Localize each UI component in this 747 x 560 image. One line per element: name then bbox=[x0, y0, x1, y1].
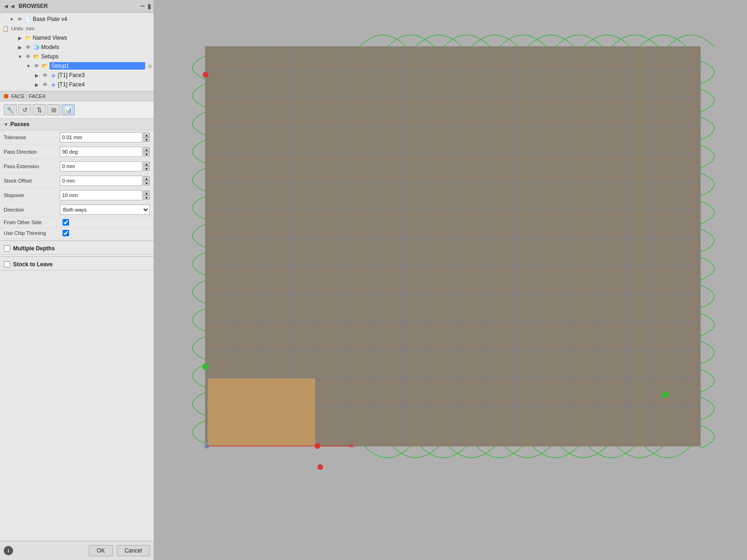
tree-face4[interactable]: ▶ 👁 ◈ [T1] Face4 bbox=[0, 80, 154, 89]
chip-thinning-checkbox[interactable] bbox=[63, 230, 69, 236]
units-icon: 📋 bbox=[2, 25, 9, 32]
stepover-up[interactable]: ▲ bbox=[143, 191, 150, 195]
face4-label: [T1] Face4 bbox=[58, 81, 152, 88]
model-icon: 🧊 bbox=[33, 43, 40, 51]
face-header-label: FACE : FACE4 bbox=[11, 93, 45, 99]
multiple-depths-checkbox[interactable] bbox=[4, 245, 10, 252]
stock-to-leave-checkbox[interactable] bbox=[4, 261, 10, 268]
setup1-label: Setup1 bbox=[49, 62, 145, 70]
stock-offset-input[interactable] bbox=[60, 176, 142, 186]
pass-direction-down[interactable]: ▼ bbox=[143, 152, 150, 156]
form-row-pass-extension: Pass Extension ▲ ▼ bbox=[0, 159, 154, 174]
form-row-stepover: Stepover ▲ ▼ bbox=[0, 188, 154, 203]
toolbar: 🔧 ↺ ⇅ ⊞ 📊 bbox=[0, 101, 154, 119]
tolerance-down[interactable]: ▼ bbox=[143, 137, 150, 142]
tolerance-spinner: ▲ ▼ bbox=[143, 133, 150, 142]
ok-button[interactable]: OK bbox=[89, 545, 113, 556]
cam-svg: × bbox=[154, 0, 747, 560]
pass-direction-up[interactable]: ▲ bbox=[143, 147, 150, 152]
left-panel: ◄◄ BROWSER – ▮ ▼ 👁 📄 Base Plate v4 📋 Uni… bbox=[0, 0, 154, 560]
toolbar-btn-geometry[interactable]: ↺ bbox=[18, 104, 31, 115]
toolbar-btn-heights[interactable]: ⇅ bbox=[33, 104, 46, 115]
multiple-depths-row: Multiple Depths bbox=[0, 243, 154, 255]
multiple-depths-label: Multiple Depths bbox=[13, 245, 55, 252]
pass-extension-input[interactable] bbox=[60, 161, 142, 171]
chip-thinning-label: Use Chip Thinning bbox=[4, 230, 60, 236]
tree-expand-models[interactable]: ▶ bbox=[17, 45, 23, 50]
svg-point-33 bbox=[203, 72, 208, 78]
pass-direction-spinner: ▲ ▼ bbox=[143, 147, 150, 156]
tree-expand-setups[interactable]: ▼ bbox=[17, 54, 23, 59]
svg-rect-32 bbox=[208, 378, 315, 446]
stock-offset-down[interactable]: ▼ bbox=[143, 181, 150, 185]
form-row-direction: Direction Both ways One way Zigzag bbox=[0, 203, 154, 217]
main-viewport: × bbox=[154, 0, 747, 560]
face3-op-icon: ◈ bbox=[49, 71, 57, 79]
setups-label: Setups bbox=[41, 53, 152, 60]
stepover-input[interactable] bbox=[60, 190, 142, 200]
pass-extension-down[interactable]: ▼ bbox=[143, 166, 150, 171]
passes-section-header: ▼ Passes bbox=[0, 119, 154, 130]
tree-setup1[interactable]: ▼ 👁 📂 Setup1 ⊙ bbox=[0, 61, 154, 71]
stock-to-leave-row: Stock to Leave bbox=[0, 259, 154, 270]
svg-point-39 bbox=[317, 464, 323, 470]
tree-face3[interactable]: ▶ 👁 ◈ [T1] Face3 bbox=[0, 71, 154, 80]
tree-expand-face4[interactable]: ▶ bbox=[34, 82, 40, 87]
stock-to-leave-label: Stock to Leave bbox=[13, 261, 53, 268]
folder-icon-named-views: 📁 bbox=[24, 34, 32, 42]
direction-select[interactable]: Both ways One way Zigzag bbox=[60, 205, 150, 215]
from-other-side-label: From Other Side bbox=[4, 220, 60, 225]
direction-label: Direction bbox=[4, 207, 60, 213]
eye-icon-setup1[interactable]: 👁 bbox=[33, 62, 40, 70]
document-icon: 📄 bbox=[24, 15, 32, 23]
face4-op-icon: ◈ bbox=[49, 81, 57, 88]
toolbar-btn-linking[interactable]: 📊 bbox=[62, 104, 75, 115]
named-views-label: Named Views bbox=[33, 35, 152, 41]
toolbar-btn-passes[interactable]: ⊞ bbox=[47, 104, 60, 115]
stock-offset-input-wrap: ▲ ▼ bbox=[60, 176, 150, 186]
from-other-side-checkbox[interactable] bbox=[63, 219, 69, 226]
form-row-tolerance: Tolerance ▲ ▼ bbox=[0, 130, 154, 145]
tree-expand-face3[interactable]: ▶ bbox=[34, 73, 40, 78]
info-button[interactable]: i bbox=[4, 546, 13, 555]
stepover-spinner: ▲ ▼ bbox=[143, 191, 150, 200]
stock-offset-up[interactable]: ▲ bbox=[143, 176, 150, 181]
svg-point-34 bbox=[202, 363, 209, 370]
eye-icon-face3[interactable]: 👁 bbox=[41, 71, 49, 79]
form-row-from-other-side: From Other Side bbox=[0, 217, 154, 228]
tree-root[interactable]: ▼ 👁 📄 Base Plate v4 bbox=[0, 14, 154, 24]
passes-label: Passes bbox=[10, 121, 29, 128]
toolbar-btn-tool[interactable]: 🔧 bbox=[4, 104, 17, 115]
tolerance-input-wrap: ▲ ▼ bbox=[60, 132, 150, 142]
direction-input-wrap: Both ways One way Zigzag bbox=[60, 205, 150, 215]
face3-label: [T1] Face3 bbox=[58, 72, 152, 78]
tree-expand-root[interactable]: ▼ bbox=[8, 17, 15, 22]
pass-direction-input[interactable] bbox=[60, 147, 142, 157]
tolerance-input[interactable] bbox=[60, 132, 142, 142]
pass-extension-up[interactable]: ▲ bbox=[143, 162, 150, 166]
face-status-dot bbox=[4, 94, 8, 99]
stepover-down[interactable]: ▼ bbox=[143, 195, 150, 200]
eye-icon[interactable]: 👁 bbox=[16, 15, 23, 23]
back-icon[interactable]: ◄◄ bbox=[3, 2, 16, 10]
browser-header: ◄◄ BROWSER – ▮ bbox=[0, 0, 154, 13]
setup1-icon: 📂 bbox=[41, 62, 49, 70]
setup1-target-icon: ⊙ bbox=[148, 64, 152, 69]
units-row: 📋 Units: mm bbox=[0, 24, 154, 33]
tree-named-views[interactable]: ▶ 📁 Named Views bbox=[0, 33, 154, 43]
action-buttons: OK Cancel bbox=[89, 545, 150, 556]
eye-icon-models[interactable]: 👁 bbox=[24, 43, 32, 51]
tolerance-up[interactable]: ▲ bbox=[143, 133, 150, 137]
tree-models[interactable]: ▶ 👁 🧊 Models bbox=[0, 43, 154, 52]
cancel-button[interactable]: Cancel bbox=[117, 545, 150, 556]
tree-setups[interactable]: ▼ 👁 📂 Setups bbox=[0, 52, 154, 61]
passes-collapse-arrow[interactable]: ▼ bbox=[4, 122, 8, 127]
tree-expand-setup1[interactable]: ▼ bbox=[25, 64, 32, 69]
minimize-icon[interactable]: – bbox=[141, 2, 145, 10]
eye-icon-setups[interactable]: 👁 bbox=[24, 53, 32, 60]
panel-toggle-icon[interactable]: ▮ bbox=[148, 3, 151, 10]
pass-extension-input-wrap: ▲ ▼ bbox=[60, 161, 150, 171]
tree-expand-named-views[interactable]: ▶ bbox=[17, 35, 23, 41]
bottom-buttons: i OK Cancel bbox=[0, 541, 154, 560]
eye-icon-face4[interactable]: 👁 bbox=[41, 81, 49, 88]
